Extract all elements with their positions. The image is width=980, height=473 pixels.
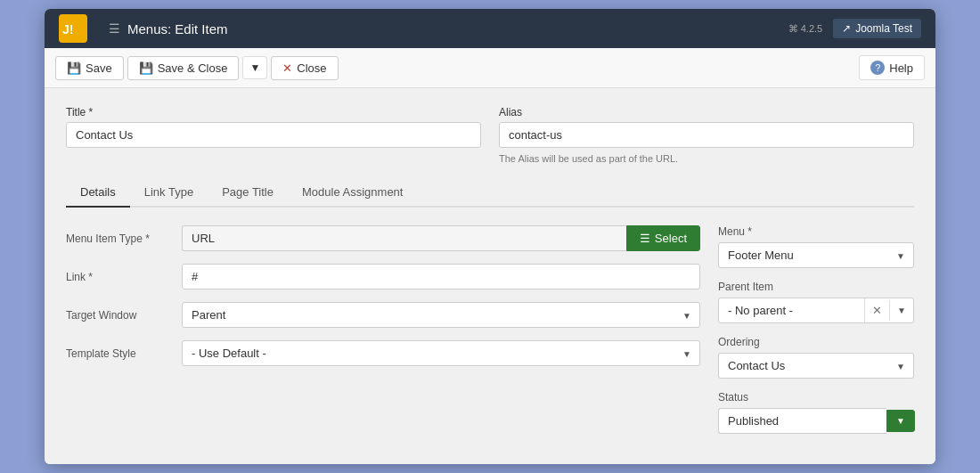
save-button[interactable]: 💾 Save (55, 56, 124, 80)
help-button[interactable]: ? Help (859, 55, 925, 80)
status-wrapper: ▼ (718, 408, 914, 434)
menu-item-type-label: Menu Item Type * (66, 232, 182, 245)
status-dropdown-button[interactable]: ▼ (886, 410, 915, 432)
joomla-logo: J! (59, 14, 87, 43)
save-label: Save (86, 61, 112, 75)
save-close-icon: 💾 (139, 61, 153, 75)
menu-item-type-input-row: ☰ Select (182, 225, 700, 251)
title-field: Title * (66, 106, 481, 164)
version-badge: ⌘ 4.2.5 (788, 23, 823, 35)
parent-item-label: Parent Item (718, 281, 914, 293)
close-button[interactable]: ✕ Close (271, 56, 338, 80)
link-label: Link * (66, 271, 182, 283)
target-window-control: Parent (182, 302, 700, 328)
alias-label: Alias (499, 106, 914, 118)
menu-item-type-input[interactable] (182, 225, 626, 251)
save-close-label: Save & Close (158, 61, 228, 75)
menu-select-wrapper: Footer Menu (718, 242, 914, 268)
status-label: Status (718, 391, 914, 404)
target-window-label: Target Window (66, 309, 182, 322)
target-window-row: Target Window Parent (66, 302, 700, 328)
tab-link-type[interactable]: Link Type (130, 178, 208, 208)
template-style-control: - Use Default - (182, 340, 700, 366)
menu-group: Menu * Footer Menu (718, 225, 914, 268)
header-right: ⌘ 4.2.5 ↗ Joomla Test (788, 19, 921, 38)
list-icon: ☰ (640, 232, 650, 245)
header: J! ☰ Menus: Edit Item ⌘ 4.2.5 ↗ Joomla T… (45, 9, 935, 48)
menu-item-type-control: ☰ Select (182, 225, 700, 251)
toolbar-dropdown-button[interactable]: ▼ (242, 56, 267, 79)
toolbar-right: ? Help (859, 55, 925, 80)
help-label: Help (889, 61, 913, 75)
header-title: ☰ Menus: Edit Item (109, 21, 228, 37)
ordering-select-wrapper: Contact Us (718, 353, 914, 379)
alias-hint: The Alias will be used as part of the UR… (499, 153, 914, 164)
tab-module-assignment[interactable]: Module Assignment (288, 178, 417, 208)
parent-item-wrapper: - No parent - ✕ ▼ (718, 298, 914, 323)
ordering-label: Ordering (718, 336, 914, 348)
tab-right: Menu * Footer Menu Parent Item - No pare… (718, 225, 914, 446)
dropdown-arrow-icon: ▼ (249, 61, 260, 74)
parent-item-clear-button[interactable]: ✕ (864, 298, 889, 322)
template-style-select[interactable]: - Use Default - (182, 340, 700, 366)
save-icon: 💾 (67, 61, 81, 75)
menu-item-type-row: Menu Item Type * ☰ Select (66, 225, 700, 251)
alias-input[interactable] (499, 122, 914, 148)
help-icon: ? (870, 61, 885, 75)
close-icon: ✕ (282, 61, 292, 75)
svg-text:J!: J! (62, 22, 73, 37)
site-label: Joomla Test (855, 22, 912, 35)
link-input[interactable] (182, 264, 700, 290)
logo-area: J! ☰ Menus: Edit Item (59, 14, 228, 43)
joomla-test-button[interactable]: ↗ Joomla Test (833, 19, 921, 38)
template-style-row: Template Style - Use Default - (66, 340, 700, 366)
link-control (182, 264, 700, 290)
select-label: Select (655, 232, 687, 245)
tab-page-title[interactable]: Page Title (208, 178, 288, 208)
menu-label: Menu * (718, 225, 914, 238)
status-input (718, 408, 886, 434)
parent-item-text: - No parent - (719, 298, 864, 322)
save-close-button[interactable]: 💾 Save & Close (127, 56, 240, 80)
target-window-select[interactable]: Parent (182, 302, 700, 328)
parent-item-group: Parent Item - No parent - ✕ ▼ (718, 281, 914, 323)
ordering-select[interactable]: Contact Us (718, 353, 914, 379)
menu-icon: ☰ (109, 21, 120, 36)
template-style-label: Template Style (66, 347, 182, 360)
toolbar: 💾 Save 💾 Save & Close ▼ ✕ Close ? Help (45, 48, 935, 88)
alias-field: Alias The Alias will be used as part of … (499, 106, 914, 164)
app-window: J! ☰ Menus: Edit Item ⌘ 4.2.5 ↗ Joomla T… (45, 9, 935, 464)
tab-details[interactable]: Details (66, 178, 130, 208)
tab-panel: Menu Item Type * ☰ Select Link * (66, 225, 914, 446)
external-link-icon: ↗ (842, 22, 851, 35)
title-alias-row: Title * Alias The Alias will be used as … (66, 106, 914, 164)
ordering-group: Ordering Contact Us (718, 336, 914, 379)
tabs: Details Link Type Page Title Module Assi… (66, 178, 914, 208)
main-content: Title * Alias The Alias will be used as … (45, 88, 935, 464)
status-group: Status ▼ (718, 391, 914, 434)
menu-select[interactable]: Footer Menu (718, 242, 914, 268)
title-label: Title * (66, 106, 481, 118)
title-input[interactable] (66, 122, 481, 148)
parent-item-dropdown-button[interactable]: ▼ (889, 300, 913, 321)
link-row: Link * (66, 264, 700, 290)
tab-left: Menu Item Type * ☰ Select Link * (66, 225, 700, 446)
close-label: Close (297, 61, 326, 75)
select-button[interactable]: ☰ Select (626, 225, 700, 251)
